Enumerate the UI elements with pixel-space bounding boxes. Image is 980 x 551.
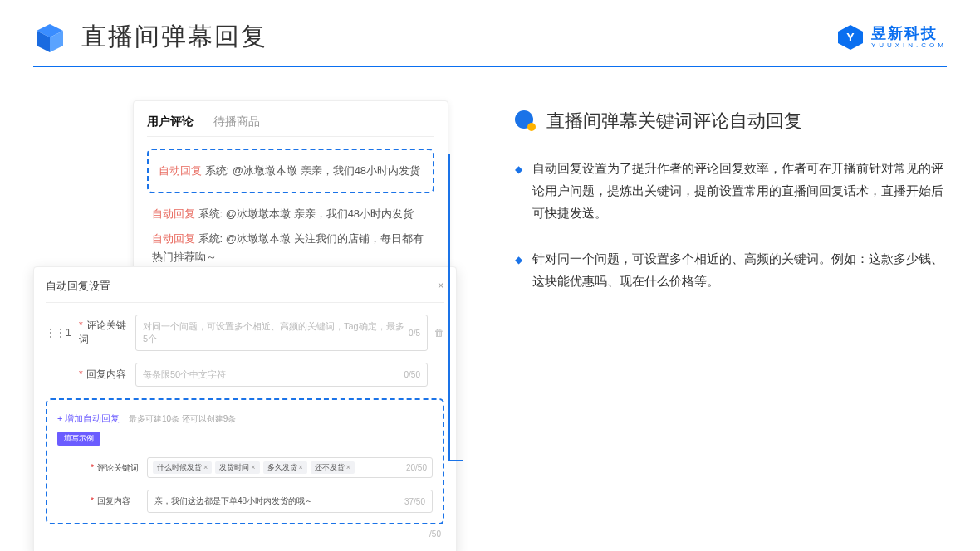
auto-reply-tag: 自动回复	[159, 164, 202, 177]
cube-icon	[33, 21, 66, 54]
bullet-item: ◆ 针对同一个问题，可设置多个相近的、高频的关键词。例如：这款多少钱、这块能优惠…	[515, 247, 947, 292]
keyword-label: *评论关键词	[79, 319, 135, 347]
logo-text-sub: YUUXIN.COM	[871, 42, 947, 49]
diamond-icon: ◆	[515, 251, 522, 292]
comment-text: 系统: @冰墩墩本墩 亲亲，我们48小时内发货	[195, 207, 414, 220]
bottom-counter: /50	[46, 524, 444, 544]
page-header: 直播间弹幕回复	[0, 0, 980, 64]
close-icon[interactable]: ×	[438, 279, 444, 294]
description-panel: 直播间弹幕关键词评论自动回复 ◆ 自动回复设置为了提升作者的评论回复效率，作者可…	[465, 100, 947, 315]
ex-keyword-counter: 20/50	[406, 463, 427, 472]
keyword-tag: 多久发货×	[263, 461, 307, 474]
logo-text-main: 昱新科技	[871, 26, 947, 41]
tab-pending-goods[interactable]: 待播商品	[213, 115, 260, 129]
brand-logo: Y 昱新科技 YUUXIN.COM	[836, 23, 947, 51]
keyword-tag: 发货时间×	[215, 461, 259, 474]
modal-title: 自动回复设置	[46, 279, 110, 294]
highlighted-comment: 自动回复 系统: @冰墩墩本墩 亲亲，我们48小时内发货	[147, 149, 434, 193]
keyword-counter: 0/5	[409, 329, 420, 338]
reply-input[interactable]: 每条限50个中文字符 0/50	[135, 363, 428, 387]
section-title: 直播间弹幕关键词评论自动回复	[546, 109, 802, 134]
keyword-tag: 还不发货×	[311, 461, 355, 474]
auto-reply-tag: 自动回复	[152, 232, 195, 245]
screenshot-panel: 用户评论 待播商品 自动回复 系统: @冰墩墩本墩 亲亲，我们48小时内发货 自…	[33, 100, 465, 315]
ex-keyword-input[interactable]: 什么时候发货× 发货时间× 多久发货× 还不发货× 20/50	[147, 457, 433, 478]
ex-keyword-label: *评论关键词	[91, 462, 147, 474]
reply-label: *回复内容	[79, 368, 135, 382]
add-auto-reply-link[interactable]: + 增加自动回复	[57, 413, 120, 423]
svg-text:Y: Y	[846, 31, 855, 44]
connector-line	[448, 154, 463, 461]
chat-bubble-icon	[515, 110, 537, 132]
settings-modal: 自动回复设置 × ⋮⋮ 1 *评论关键词 对同一个问题，可设置多个相近、高频的关…	[33, 266, 457, 551]
bullet-text: 针对同一个问题，可设置多个相近的、高频的关键词。例如：这款多少钱、这块能优惠吗、…	[532, 247, 947, 292]
trash-icon[interactable]: 🗑	[434, 327, 444, 339]
page-title: 直播间弹幕回复	[81, 20, 267, 54]
ex-reply-input[interactable]: 亲，我们这边都是下单48小时内发货的哦～ 37/50	[147, 490, 433, 513]
auto-reply-tag: 自动回复	[152, 207, 195, 220]
comments-card: 用户评论 待播商品 自动回复 系统: @冰墩墩本墩 亲亲，我们48小时内发货 自…	[133, 100, 448, 284]
keyword-tag: 什么时候发货×	[153, 461, 212, 474]
example-section: + 增加自动回复 最多可建10条 还可以创建9条 填写示例 *评论关键词 什么时…	[46, 398, 444, 524]
ex-reply-counter: 37/50	[404, 497, 425, 506]
ex-reply-label: *回复内容	[91, 495, 147, 507]
row-index: ⋮⋮ 1	[46, 327, 62, 339]
logo-icon: Y	[836, 23, 865, 51]
tab-user-comments[interactable]: 用户评论	[147, 115, 194, 129]
add-hint: 最多可建10条 还可以创建9条	[129, 414, 236, 423]
reply-counter: 0/50	[404, 370, 420, 379]
keyword-input[interactable]: 对同一个问题，可设置多个相近、高频的关键词，Tag确定，最多5个 0/5	[135, 315, 428, 351]
comment-text: 系统: @冰墩墩本墩 亲亲，我们48小时内发货	[202, 164, 420, 177]
svg-point-6	[527, 123, 536, 131]
bullet-text: 自动回复设置为了提升作者的评论回复效率，作者可在开播前针对常见的评论用户问题，提…	[532, 157, 947, 224]
example-tag: 填写示例	[57, 432, 100, 446]
bullet-item: ◆ 自动回复设置为了提升作者的评论回复效率，作者可在开播前针对常见的评论用户问题…	[515, 157, 947, 224]
diamond-icon: ◆	[515, 161, 522, 224]
